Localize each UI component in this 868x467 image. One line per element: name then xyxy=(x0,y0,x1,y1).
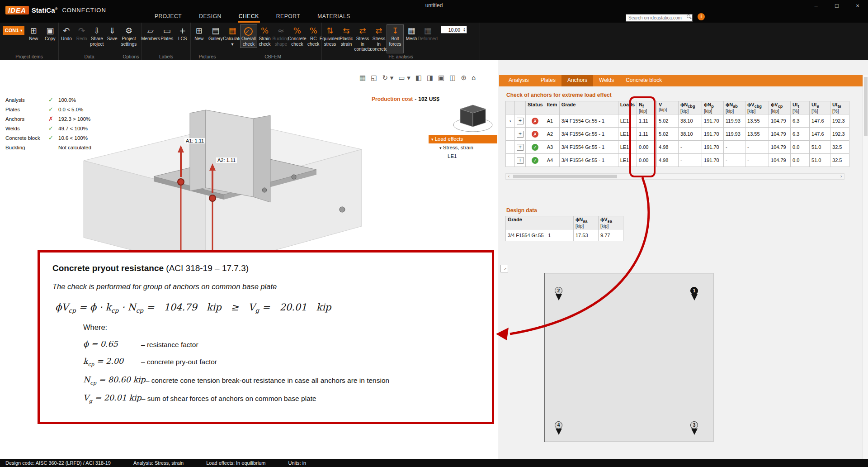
solid-icon[interactable]: ◧ xyxy=(415,74,422,82)
expand-row-button[interactable]: + xyxy=(517,131,524,138)
ribbon-button-save[interactable]: ⇓Save xyxy=(104,25,120,48)
shaded-icon[interactable]: ◨ xyxy=(427,74,433,82)
ribbon-button-equivalent-stress[interactable]: ⇅Equivalent stress xyxy=(322,25,338,53)
ribbon-button-new[interactable]: ⊞New xyxy=(191,25,208,43)
connection-selector-button[interactable]: CON1▾ xyxy=(3,26,24,35)
maximize-button[interactable]: □ xyxy=(826,0,847,12)
expand-row-button[interactable]: + xyxy=(517,118,524,124)
table-row[interactable]: 3/4 F1554 Gr.55 - 117.539.77 xyxy=(506,229,623,241)
ribbon-button-calculate[interactable]: ▦Calculate ▾ xyxy=(224,25,241,48)
scroll-left-icon[interactable]: ‹ xyxy=(506,174,512,179)
strain-icon: ⇆ xyxy=(343,26,349,36)
menu-tab-check[interactable]: CHECK xyxy=(238,12,260,23)
spinner-arrows-icon[interactable]: ▲▼ xyxy=(463,26,466,33)
tree-item-le1[interactable]: LE1 xyxy=(429,152,497,161)
status-item: Design code: AISC 360-22 (LRFD) / ACI 31… xyxy=(5,460,111,466)
column-header: Nf[kip] xyxy=(637,101,657,114)
ribbon-button-members[interactable]: ▱Members xyxy=(142,25,159,43)
ribbon-button-label: Project settings xyxy=(121,36,137,47)
search-input[interactable] xyxy=(626,14,693,22)
ribbon-group-label: Data xyxy=(59,54,120,59)
info-icon[interactable]: i xyxy=(698,13,705,20)
table-row-a4[interactable]: +✓A43/4 F1554 Gr.55 - 1LE10.004.98-191.7… xyxy=(506,154,849,167)
status-item: Load effects: In equilibrium xyxy=(206,460,265,466)
anchor-a1[interactable] xyxy=(178,179,184,185)
home-icon[interactable]: ⌂ xyxy=(472,74,476,82)
idea-logo-badge: IDEA xyxy=(5,6,29,14)
table-row-a2[interactable]: +✗A23/4 F1554 Gr.55 - 1LE11.115.0238.101… xyxy=(506,128,849,141)
wireframe-icon[interactable]: ▣ xyxy=(438,74,444,82)
expand-row-button[interactable]: + xyxy=(517,144,524,151)
menu-tab-report[interactable]: REPORT xyxy=(275,12,301,23)
viewport-3d[interactable]: A1: 1.11 A2: 1.11 ▦◱↻ ▾▭ ▾◧◨▣◫⊕⌂ Analysi… xyxy=(0,60,499,459)
ribbon-button-gallery[interactable]: ▤Gallery xyxy=(208,25,224,43)
menu-tab-project[interactable]: PROJECT xyxy=(154,12,183,23)
axes-icon[interactable]: ⊕ xyxy=(461,74,467,82)
rotate-icon[interactable]: ↻ ▾ xyxy=(382,74,393,82)
expand-panel-icon[interactable]: ↔ xyxy=(500,265,508,272)
ribbon-button-share-project[interactable]: ⇩Share project xyxy=(90,25,105,48)
menu-tab-materials[interactable]: MATERIALS xyxy=(316,12,351,23)
summary-row: Concrete block✓10.6 < 100% xyxy=(5,133,91,143)
select-icon[interactable]: ▭ ▾ xyxy=(398,74,410,82)
ribbon-button-label: Gallery xyxy=(208,36,223,42)
table-horizontal-scrollbar[interactable]: ‹ › xyxy=(505,173,844,180)
ribbon-button-lcs[interactable]: +LCS xyxy=(175,25,191,43)
ribbon-button-strain-check[interactable]: %Strain check xyxy=(257,25,273,48)
ribbon-button-overall-check[interactable]: ✓Overall check xyxy=(241,25,257,48)
scrollbar-thumb[interactable] xyxy=(864,77,868,136)
value-cell: 32.5 xyxy=(830,141,849,154)
ribbon-button-buckling-shape[interactable]: ≈Buckling shape xyxy=(273,25,289,48)
ribbon-group-options: ⚙Project settingsOptions xyxy=(120,23,142,60)
fit-icon[interactable]: ◱ xyxy=(371,74,377,82)
anchor-a2[interactable] xyxy=(209,195,216,201)
summary-row: BucklingNot calculated xyxy=(5,143,91,152)
clip-icon[interactable]: ◫ xyxy=(449,74,456,82)
ribbon-button-project-settings[interactable]: ⚙Project settings xyxy=(120,25,137,48)
save-icon: ⇓ xyxy=(109,26,116,36)
status-bar: Design code: AISC 360-22 (LRFD) / ACI 31… xyxy=(0,459,868,467)
result-tab-anchors[interactable]: Anchors xyxy=(561,75,593,86)
result-tab-analysis[interactable]: Analysis xyxy=(503,75,535,86)
ribbon-group-label: Options xyxy=(120,54,142,59)
ribbon-button-stress-in-contacts[interactable]: ⇄Stress in contacts xyxy=(354,25,371,53)
result-tab-plates[interactable]: Plates xyxy=(535,75,561,86)
contacts-icon: ⇄ xyxy=(359,26,366,36)
grid-icon[interactable]: ▦ xyxy=(359,74,366,82)
scroll-right-icon[interactable]: › xyxy=(838,174,844,179)
mesh-size-spinner[interactable]: 10.00 ▲▼ xyxy=(441,26,467,33)
result-tab-welds[interactable]: Welds xyxy=(593,75,620,86)
navigation-cube[interactable] xyxy=(452,99,494,138)
ribbon-button-plates[interactable]: ▭Plates xyxy=(159,25,175,43)
ribbon-button-mesh[interactable]: ▦Mesh xyxy=(403,25,420,53)
definition-description: – resistance factor xyxy=(141,339,198,349)
formula-subtitle: The check is performed for group of anch… xyxy=(52,282,479,291)
ribbon-button-stress-in-concrete[interactable]: ⇄Stress in concrete xyxy=(371,25,387,53)
ribbon-group-data: ↶Undo↷Redo⇩Share project⇓SaveData xyxy=(59,23,120,60)
ribbon-button-plastic-strain[interactable]: ⇆Plastic strain xyxy=(338,25,354,53)
data-cell: 3/4 F1554 Gr.55 - 1 xyxy=(559,114,618,128)
minimize-button[interactable]: – xyxy=(806,0,826,12)
tree-item-load-effects[interactable]: ▾ Load effects xyxy=(429,135,497,143)
table-row-a1[interactable]: ›+✗A13/4 F1554 Gr.55 - 1LE11.115.0238.10… xyxy=(506,114,849,128)
ribbon-button-redo[interactable]: ↷Redo xyxy=(74,25,90,48)
ribbon-button-deformed[interactable]: ▦Deformed xyxy=(420,25,436,53)
close-button[interactable]: × xyxy=(847,0,868,12)
pin-pointer-icon xyxy=(556,294,562,300)
ribbon-button-label: Bolt forces xyxy=(387,36,403,47)
scrollbar-thumb[interactable] xyxy=(513,175,617,178)
ribbon-button-rc-check[interactable]: %RC check xyxy=(305,25,321,48)
ribbon-button-undo[interactable]: ↶Undo xyxy=(59,25,74,48)
search-icon[interactable] xyxy=(687,14,690,18)
ribbon-button-label: Strain check xyxy=(257,36,273,47)
expand-row-button[interactable]: + xyxy=(517,157,524,164)
menu-tab-design[interactable]: DESIGN xyxy=(198,12,222,23)
result-tab-concrete-block[interactable]: Concrete block xyxy=(620,75,668,86)
ribbon-button-concrete-check[interactable]: %Concrete check xyxy=(289,25,305,48)
table-row-a3[interactable]: +✓A33/4 F1554 Gr.55 - 1LE10.004.98-191.7… xyxy=(506,141,849,154)
ribbon-button-copy[interactable]: ▣Copy xyxy=(42,25,59,43)
tree-item-stress-strain[interactable]: ▾ Stress, strain xyxy=(429,143,497,152)
ribbon-button-bolt-forces[interactable]: ↧Bolt forces xyxy=(387,25,403,53)
panel-vertical-scrollbar[interactable] xyxy=(863,75,868,459)
ribbon-button-new[interactable]: ⊞New xyxy=(25,25,42,43)
